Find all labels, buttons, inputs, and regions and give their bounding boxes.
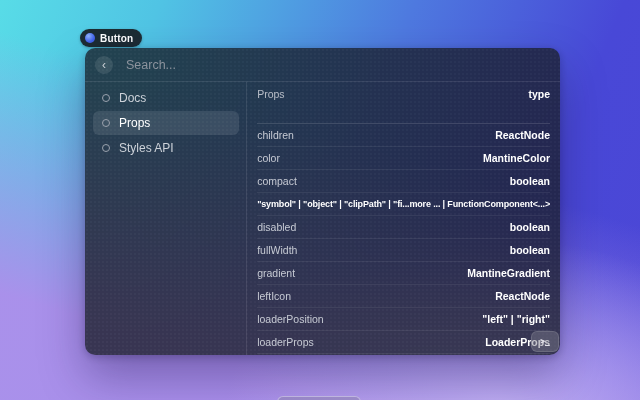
prop-row-loading: loading boolean <box>257 353 550 355</box>
prop-name: color <box>257 152 280 164</box>
sidebar-item-label: Docs <box>119 91 146 105</box>
prop-name: children <box>257 129 294 141</box>
component-dot-icon <box>85 33 95 43</box>
prop-name: fullWidth <box>257 244 297 256</box>
prop-row-loaderprops: loaderProps LoaderProps <box>257 330 550 353</box>
prop-type: boolean <box>510 244 550 256</box>
prop-type: MantineColor <box>483 152 550 164</box>
prop-row-children: children ReactNode <box>257 123 550 146</box>
prop-row-compact: compact boolean <box>257 169 550 192</box>
sidebar-item-docs[interactable]: Docs <box>93 86 239 110</box>
sidebar-item-label: Styles API <box>119 141 174 155</box>
component-badge-label: Button <box>100 33 133 44</box>
circle-icon <box>102 119 110 127</box>
prop-type: ReactNode <box>495 129 550 141</box>
prop-name: gradient <box>257 267 295 279</box>
header-props-label: Props <box>257 88 284 100</box>
search-bar: ‹ <box>85 48 560 82</box>
prop-row-gradient: gradient MantineGradient <box>257 261 550 284</box>
prop-name: compact <box>257 175 297 187</box>
prop-row-color: color MantineColor <box>257 146 550 169</box>
prop-row-disabled: disabled boolean <box>257 215 550 238</box>
header-type-label: type <box>528 88 550 100</box>
prop-type: boolean <box>510 221 550 233</box>
props-table: Props type children ReactNode color Mant… <box>247 82 560 355</box>
prop-type: boolean <box>510 175 550 187</box>
props-table-header: Props type <box>257 82 550 123</box>
search-input[interactable] <box>124 57 548 73</box>
circle-icon <box>102 94 110 102</box>
circle-icon <box>102 144 110 152</box>
back-chevron-icon: ‹ <box>102 59 106 71</box>
prop-row-fullwidth: fullWidth boolean <box>257 238 550 261</box>
prop-name: leftIcon <box>257 290 291 302</box>
prop-row-loaderposition: loaderPosition "left" | "right" <box>257 307 550 330</box>
prop-name: loaderPosition <box>257 313 324 325</box>
desktop-background: { "badge": { "label": "Button" }, "modal… <box>0 0 640 400</box>
sidebar-item-props[interactable]: Props <box>93 111 239 135</box>
spotlight-modal: ‹ Docs Props Styles API Props type <box>85 48 560 355</box>
sidebar-item-styles-api[interactable]: Styles API <box>93 136 239 160</box>
bottom-dock-peek[interactable] <box>277 396 361 400</box>
terminal-prompt-icon: >_ <box>540 337 550 346</box>
prop-row-component: "symbol" | "object" | "clipPath" | "fi..… <box>257 192 550 215</box>
prop-name: disabled <box>257 221 296 233</box>
prop-type: "symbol" | "object" | "clipPath" | "fi..… <box>257 199 550 209</box>
prop-type: ReactNode <box>495 290 550 302</box>
prop-type: "left" | "right" <box>482 313 550 325</box>
sidebar-item-label: Props <box>119 116 150 130</box>
modal-body: Docs Props Styles API Props type childre… <box>85 82 560 355</box>
terminal-toggle-button[interactable]: >_ <box>531 331 559 352</box>
back-button[interactable]: ‹ <box>95 56 113 74</box>
component-badge[interactable]: Button <box>80 29 142 47</box>
prop-name: loaderProps <box>257 336 314 348</box>
prop-row-lefticon: leftIcon ReactNode <box>257 284 550 307</box>
prop-type: MantineGradient <box>467 267 550 279</box>
sidebar: Docs Props Styles API <box>85 82 246 355</box>
